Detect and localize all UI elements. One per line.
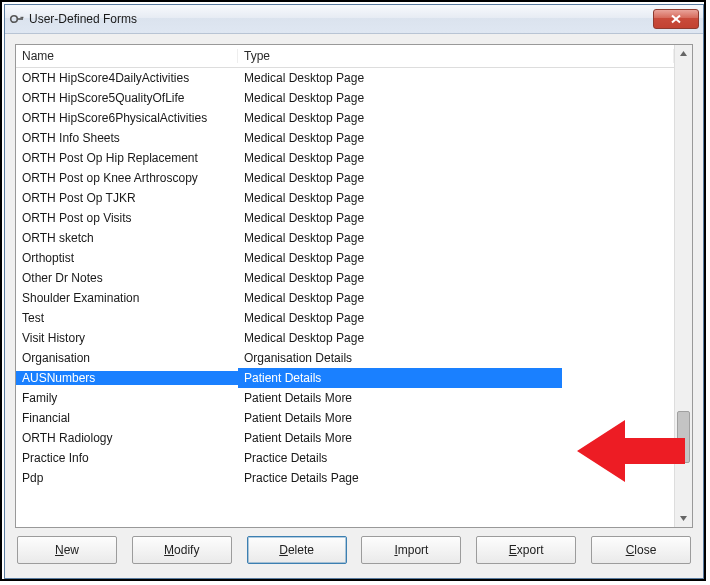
- table-row[interactable]: FamilyPatient Details More: [16, 388, 674, 408]
- table-row[interactable]: FinancialPatient Details More: [16, 408, 674, 428]
- cell-type: Medical Desktop Page: [238, 211, 674, 225]
- vertical-scrollbar[interactable]: [674, 45, 692, 527]
- dialog-window: User-Defined Forms Name Type ORTH: [4, 4, 704, 579]
- cell-name: ORTH Post op Visits: [16, 211, 238, 225]
- svg-rect-2: [21, 17, 22, 18]
- cell-name: ORTH HipScore6PhysicalActivities: [16, 111, 238, 125]
- cell-type: Medical Desktop Page: [238, 311, 674, 325]
- cell-name: ORTH HipScore5QualityOfLife: [16, 91, 238, 105]
- cell-name: Financial: [16, 411, 238, 425]
- cell-name: ORTH HipScore4DailyActivities: [16, 71, 238, 85]
- svg-rect-3: [22, 17, 23, 18]
- cell-type: Patient Details: [238, 368, 674, 388]
- cell-type: Medical Desktop Page: [238, 71, 674, 85]
- cell-name: Orthoptist: [16, 251, 238, 265]
- import-button[interactable]: Import: [361, 536, 461, 564]
- table-row[interactable]: ORTH HipScore4DailyActivitiesMedical Des…: [16, 68, 674, 88]
- cell-type: Patient Details More: [238, 391, 674, 405]
- cell-name: AUSNumbers: [16, 371, 238, 385]
- table-row[interactable]: ORTH Info SheetsMedical Desktop Page: [16, 128, 674, 148]
- cell-name: Visit History: [16, 331, 238, 345]
- table-row[interactable]: TestMedical Desktop Page: [16, 308, 674, 328]
- cell-name: ORTH Post Op Hip Replacement: [16, 151, 238, 165]
- table-row[interactable]: Visit HistoryMedical Desktop Page: [16, 328, 674, 348]
- forms-list[interactable]: Name Type ORTH HipScore4DailyActivitiesM…: [15, 44, 693, 528]
- table-row[interactable]: OrthoptistMedical Desktop Page: [16, 248, 674, 268]
- cell-name: Shoulder Examination: [16, 291, 238, 305]
- table-row[interactable]: OrganisationOrganisation Details: [16, 348, 674, 368]
- cell-type: Medical Desktop Page: [238, 151, 674, 165]
- client-area: Name Type ORTH HipScore4DailyActivitiesM…: [5, 34, 703, 578]
- scroll-down-arrow-icon[interactable]: [675, 510, 692, 527]
- table-row[interactable]: Practice InfoPractice Details: [16, 448, 674, 468]
- column-header-type[interactable]: Type: [238, 49, 674, 63]
- modify-button[interactable]: Modify: [132, 536, 232, 564]
- cell-name: Pdp: [16, 471, 238, 485]
- cell-type: Medical Desktop Page: [238, 191, 674, 205]
- cell-type: Practice Details Page: [238, 471, 674, 485]
- close-button[interactable]: Close: [591, 536, 691, 564]
- table-row[interactable]: ORTH HipScore5QualityOfLifeMedical Deskt…: [16, 88, 674, 108]
- table-row[interactable]: ORTH HipScore6PhysicalActivitiesMedical …: [16, 108, 674, 128]
- svg-rect-1: [18, 18, 24, 20]
- cell-type: Patient Details More: [238, 411, 674, 425]
- forms-list-inner: Name Type ORTH HipScore4DailyActivitiesM…: [16, 45, 674, 527]
- list-body: ORTH HipScore4DailyActivitiesMedical Des…: [16, 68, 674, 488]
- cell-type: Medical Desktop Page: [238, 91, 674, 105]
- cell-type: Practice Details: [238, 451, 674, 465]
- cell-type: Medical Desktop Page: [238, 251, 674, 265]
- window-title: User-Defined Forms: [29, 12, 653, 26]
- app-icon: [9, 11, 25, 27]
- cell-name: ORTH Post Op TJKR: [16, 191, 238, 205]
- table-row[interactable]: PdpPractice Details Page: [16, 468, 674, 488]
- table-row[interactable]: ORTH Post Op Hip ReplacementMedical Desk…: [16, 148, 674, 168]
- table-row[interactable]: ORTH Post op Knee ArthroscopyMedical Des…: [16, 168, 674, 188]
- cell-type: Patient Details More: [238, 431, 674, 445]
- cell-name: ORTH Radiology: [16, 431, 238, 445]
- cell-type: Medical Desktop Page: [238, 111, 674, 125]
- cell-type: Medical Desktop Page: [238, 331, 674, 345]
- new-button[interactable]: New: [17, 536, 117, 564]
- svg-point-0: [11, 16, 18, 23]
- table-row[interactable]: ORTH RadiologyPatient Details More: [16, 428, 674, 448]
- column-header-name[interactable]: Name: [16, 49, 238, 63]
- delete-button[interactable]: Delete: [247, 536, 347, 564]
- cell-name: Family: [16, 391, 238, 405]
- cell-name: Other Dr Notes: [16, 271, 238, 285]
- table-row[interactable]: Shoulder ExaminationMedical Desktop Page: [16, 288, 674, 308]
- cell-name: ORTH Info Sheets: [16, 131, 238, 145]
- close-icon: [670, 14, 682, 24]
- table-row[interactable]: Other Dr NotesMedical Desktop Page: [16, 268, 674, 288]
- cell-type: Organisation Details: [238, 351, 674, 365]
- cell-name: ORTH Post op Knee Arthroscopy: [16, 171, 238, 185]
- scroll-thumb[interactable]: [677, 411, 690, 463]
- cell-type: Medical Desktop Page: [238, 291, 674, 305]
- titlebar: User-Defined Forms: [5, 5, 703, 34]
- cell-name: Practice Info: [16, 451, 238, 465]
- svg-marker-6: [680, 51, 687, 56]
- table-row[interactable]: ORTH Post Op TJKRMedical Desktop Page: [16, 188, 674, 208]
- cell-type: Medical Desktop Page: [238, 231, 674, 245]
- button-row: New Modify Delete Import Export Close: [15, 528, 693, 568]
- cell-name: Organisation: [16, 351, 238, 365]
- cell-type: Medical Desktop Page: [238, 171, 674, 185]
- export-button[interactable]: Export: [476, 536, 576, 564]
- cell-name: Test: [16, 311, 238, 325]
- table-row[interactable]: ORTH Post op VisitsMedical Desktop Page: [16, 208, 674, 228]
- list-header: Name Type: [16, 45, 674, 68]
- cell-name: ORTH sketch: [16, 231, 238, 245]
- scroll-up-arrow-icon[interactable]: [675, 45, 692, 62]
- svg-marker-7: [680, 516, 687, 521]
- table-row[interactable]: ORTH sketchMedical Desktop Page: [16, 228, 674, 248]
- table-row[interactable]: AUSNumbersPatient Details: [16, 368, 674, 388]
- scroll-track[interactable]: [675, 62, 692, 510]
- cell-type: Medical Desktop Page: [238, 131, 674, 145]
- window-close-button[interactable]: [653, 9, 699, 29]
- screenshot-frame: User-Defined Forms Name Type ORTH: [0, 0, 706, 581]
- cell-type: Medical Desktop Page: [238, 271, 674, 285]
